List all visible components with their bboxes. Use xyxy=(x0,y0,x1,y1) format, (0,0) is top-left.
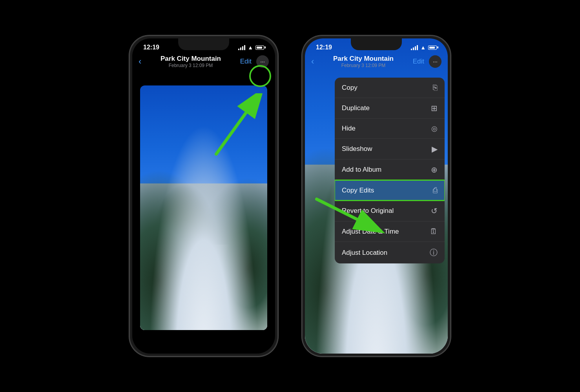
hide-icon: ◎ xyxy=(431,124,438,133)
menu-item-slideshow[interactable]: Slideshow ▶ xyxy=(335,139,445,160)
status-bar-2: 12:19 ▲ xyxy=(305,38,448,53)
phone-2: 12:19 ▲ ‹ Park City Mountain February 3 … xyxy=(302,35,451,357)
menu-item-adjust-date[interactable]: Adjust Date & Time 🗓 xyxy=(335,221,445,242)
more-button-2[interactable]: ··· xyxy=(429,55,441,68)
revert-label: Revert to Original xyxy=(342,207,394,215)
duplicate-label: Duplicate xyxy=(342,104,370,112)
copy-edits-label: Copy Edits xyxy=(342,187,374,194)
battery-icon-2 xyxy=(428,45,437,50)
back-button-2[interactable]: ‹ xyxy=(311,56,314,67)
duplicate-icon: ⊞ xyxy=(431,103,438,113)
photo-subtitle-2: February 3 12:09 PM xyxy=(314,63,412,68)
nav-title-1: Park City Mountain February 3 12:09 PM xyxy=(141,55,240,68)
svg-line-1 xyxy=(216,105,252,154)
adjust-date-label: Adjust Date & Time xyxy=(342,228,399,236)
hide-label: Hide xyxy=(342,125,356,132)
time-display-2: 12:19 xyxy=(316,44,332,51)
copy-edits-icon: ⎙ xyxy=(433,186,438,195)
time-display-1: 12:19 xyxy=(143,44,159,51)
phone-1: 12:19 ▲ ‹ Park City Mountain February 3 … xyxy=(129,35,278,357)
edit-button-2[interactable]: Edit xyxy=(413,58,424,65)
wifi-icon-2: ▲ xyxy=(420,44,426,51)
copy-icon: ⎘ xyxy=(433,83,438,92)
highlight-circle xyxy=(249,65,271,87)
slideshow-label: Slideshow xyxy=(342,145,372,153)
menu-item-copy-edits[interactable]: Copy Edits ⎙ xyxy=(335,180,445,201)
photo-title-2: Park City Mountain xyxy=(314,55,412,63)
menu-item-revert[interactable]: Revert to Original ↺ xyxy=(335,201,445,221)
wifi-icon-1: ▲ xyxy=(248,44,253,51)
notch xyxy=(178,38,229,50)
copy-label: Copy xyxy=(342,84,357,92)
photo-subtitle-1: February 3 12:09 PM xyxy=(141,63,240,68)
nav-title-2: Park City Mountain February 3 12:09 PM xyxy=(314,55,412,68)
add-album-label: Add to Album xyxy=(342,166,381,174)
status-icons-2: ▲ xyxy=(411,44,437,51)
menu-item-duplicate[interactable]: Duplicate ⊞ xyxy=(335,98,445,119)
phone-1-screen: 12:19 ▲ ‹ Park City Mountain February 3 … xyxy=(132,38,275,354)
menu-item-copy[interactable]: Copy ⎘ xyxy=(335,78,445,98)
signal-icon-1 xyxy=(238,45,245,50)
signal-icon-2 xyxy=(411,45,418,50)
add-album-icon: ⊕ xyxy=(431,165,438,174)
battery-icon-1 xyxy=(255,45,264,50)
adjust-location-icon: ⓘ xyxy=(430,247,438,258)
adjust-date-icon: 🗓 xyxy=(430,227,438,236)
context-menu: Copy ⎘ Duplicate ⊞ Hide ◎ Slideshow ▶ xyxy=(335,78,445,263)
menu-item-adjust-location[interactable]: Adjust Location ⓘ xyxy=(335,242,445,263)
slideshow-icon: ▶ xyxy=(432,144,438,154)
photo-title-1: Park City Mountain xyxy=(141,55,240,63)
menu-item-add-album[interactable]: Add to Album ⊕ xyxy=(335,160,445,180)
back-button-1[interactable]: ‹ xyxy=(139,56,141,67)
revert-icon: ↺ xyxy=(431,206,438,216)
status-icons-1: ▲ xyxy=(238,44,264,51)
edit-button-1[interactable]: Edit xyxy=(240,58,252,65)
nav-actions-2: Edit ··· xyxy=(413,55,441,68)
adjust-location-label: Adjust Location xyxy=(342,249,387,257)
nav-header-2: ‹ Park City Mountain February 3 12:09 PM… xyxy=(305,53,448,72)
arrow-annotation-1 xyxy=(204,93,263,156)
phone-2-screen: 12:19 ▲ ‹ Park City Mountain February 3 … xyxy=(305,38,448,354)
menu-item-hide[interactable]: Hide ◎ xyxy=(335,119,445,139)
